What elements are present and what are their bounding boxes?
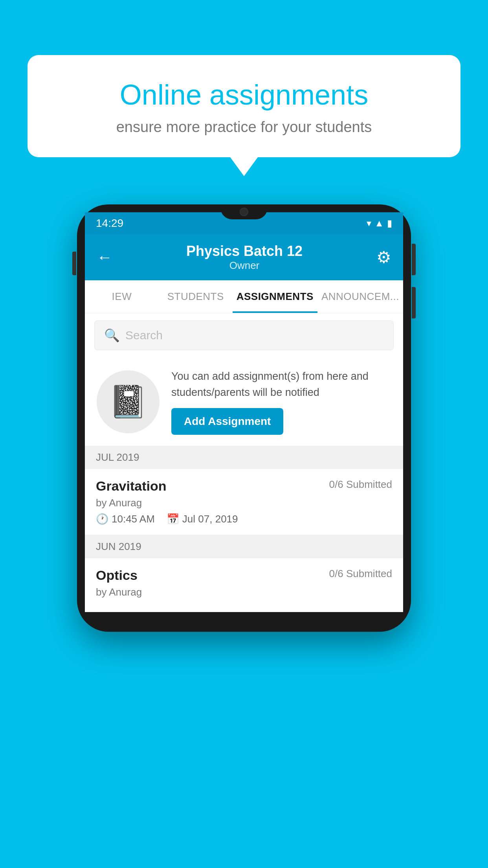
back-button[interactable]: ← [97, 248, 112, 266]
power-button [412, 244, 416, 275]
search-placeholder: Search [125, 329, 163, 342]
assignment-title: Gravitation [96, 478, 166, 494]
tab-assignments[interactable]: ASSIGNMENTS [233, 280, 317, 313]
assignment-time: 🕐 10:45 AM [96, 513, 155, 525]
search-bar[interactable]: 🔍 Search [94, 320, 394, 350]
assignment-time-value: 10:45 AM [112, 513, 155, 525]
assignment-date: 📅 Jul 07, 2019 [167, 513, 238, 525]
status-time: 14:29 [96, 217, 123, 230]
search-icon: 🔍 [104, 328, 120, 343]
batch-role: Owner [186, 259, 303, 272]
phone-notch [220, 204, 268, 219]
promo-content: You can add assignment(s) from here and … [171, 368, 391, 435]
app-header: ← Physics Batch 12 Owner ⚙ [85, 234, 403, 280]
volume-down-button [412, 287, 416, 318]
tab-announcements[interactable]: ANNOUNCEM... [317, 280, 403, 313]
add-assignment-button[interactable]: Add Assignment [171, 408, 283, 435]
status-icons: ▾ ▲ ▮ [367, 218, 392, 229]
header-center: Physics Batch 12 Owner [186, 243, 303, 272]
assignment-item-gravitation[interactable]: Gravitation 0/6 Submitted by Anurag 🕐 10… [85, 469, 403, 535]
assignment-submitted-count: 0/6 Submitted [329, 478, 392, 491]
bubble-title: Online assignments [55, 79, 433, 111]
tabs-bar: IEW STUDENTS ASSIGNMENTS ANNOUNCEM... [85, 280, 403, 313]
volume-button [72, 252, 76, 275]
phone-screen: IEW STUDENTS ASSIGNMENTS ANNOUNCEM... 🔍 … [85, 280, 403, 612]
speech-bubble-section: Online assignments ensure more practice … [28, 55, 460, 157]
calendar-icon: 📅 [167, 513, 179, 525]
month-divider-jun: JUN 2019 [85, 535, 403, 558]
wifi-icon: ▾ [367, 218, 371, 229]
notebook-icon: 📓 [108, 383, 148, 420]
assignment-header: Gravitation 0/6 Submitted [96, 478, 392, 494]
assignment-title-optics: Optics [96, 568, 138, 583]
month-divider-jul: JUL 2019 [85, 446, 403, 469]
assignment-meta: 🕐 10:45 AM 📅 Jul 07, 2019 [96, 513, 392, 525]
batch-title: Physics Batch 12 [186, 243, 303, 259]
speech-bubble: Online assignments ensure more practice … [28, 55, 460, 157]
bubble-subtitle: ensure more practice for your students [55, 119, 433, 136]
phone-frame: 14:29 ▾ ▲ ▮ ← Physics Batch 12 Owner ⚙ I… [77, 204, 411, 632]
tab-students[interactable]: STUDENTS [159, 280, 233, 313]
assignment-date-value: Jul 07, 2019 [182, 513, 238, 525]
promo-icon-circle: 📓 [97, 370, 160, 433]
phone-bottom [85, 612, 403, 624]
search-container: 🔍 Search [85, 313, 403, 357]
assignment-item-optics[interactable]: Optics 0/6 Submitted by Anurag [85, 558, 403, 612]
promo-text: You can add assignment(s) from here and … [171, 368, 391, 400]
clock-icon: 🕐 [96, 513, 108, 525]
assignment-header-optics: Optics 0/6 Submitted [96, 568, 392, 583]
phone-mockup: 14:29 ▾ ▲ ▮ ← Physics Batch 12 Owner ⚙ I… [77, 204, 411, 632]
assignment-submitted-optics: 0/6 Submitted [329, 568, 392, 580]
settings-icon[interactable]: ⚙ [376, 248, 391, 267]
promo-section: 📓 You can add assignment(s) from here an… [85, 357, 403, 446]
assignment-author-optics: by Anurag [96, 586, 392, 598]
front-camera [240, 208, 248, 216]
assignment-author: by Anurag [96, 497, 392, 509]
battery-icon: ▮ [387, 218, 392, 229]
signal-icon: ▲ [374, 218, 384, 229]
tab-overview[interactable]: IEW [85, 280, 159, 313]
